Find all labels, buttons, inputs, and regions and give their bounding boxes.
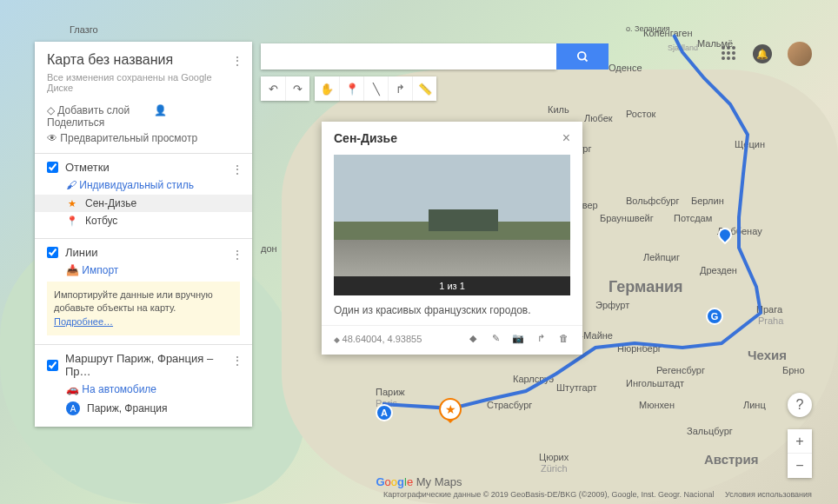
layer-menu-button[interactable]: ⋮: [231, 162, 243, 176]
marker-star[interactable]: ★: [439, 398, 462, 421]
directions-button[interactable]: ↱: [388, 76, 412, 101]
zoom-in-button[interactable]: +: [788, 429, 812, 454]
infocard-coords: 48.64004, 4.93855: [334, 334, 422, 344]
search-input[interactable]: [261, 43, 556, 70]
help-button[interactable]: ?: [788, 393, 812, 417]
notifications-icon[interactable]: 🔔: [753, 44, 772, 63]
save-status: Все изменения сохранены на Google Диске: [47, 72, 240, 93]
layer-checkbox[interactable]: [47, 360, 58, 371]
layer-checkbox[interactable]: [47, 162, 58, 173]
redo-button[interactable]: ↷: [285, 76, 309, 101]
search-bar: [261, 43, 609, 70]
svg-line-1: [584, 58, 587, 61]
layer-name[interactable]: Отметки: [65, 161, 110, 174]
import-link[interactable]: 📥 Импорт: [66, 264, 240, 276]
delete-icon[interactable]: 🗑: [556, 333, 570, 344]
terms-link[interactable]: Условия использования: [725, 490, 812, 499]
route-point-a[interactable]: AПариж, Франция: [47, 399, 240, 418]
search-icon: [576, 50, 589, 63]
layer-name[interactable]: Маршрут Париж, Франция – Пр…: [65, 352, 240, 378]
measure-button[interactable]: 📏: [412, 76, 436, 101]
zoom-out-button[interactable]: −: [788, 454, 812, 478]
route-letter-icon: A: [66, 401, 80, 415]
infocard-title: Сен-Дизье: [334, 131, 397, 145]
travel-mode-link[interactable]: 🚗 На автомобиле: [66, 383, 240, 395]
tip-more-link[interactable]: Подробнее…: [54, 316, 113, 327]
map-toolbar: ↶ ↷ ✋ 📍 ╲ ↱ 📏: [261, 76, 436, 101]
undo-button[interactable]: ↶: [261, 76, 285, 101]
svg-point-0: [577, 51, 585, 59]
close-icon[interactable]: ×: [562, 130, 570, 146]
layer-lines: Линии ⋮ 📥 Импорт Импортируйте данные или…: [35, 238, 252, 344]
layer-menu-button[interactable]: ⋮: [231, 354, 243, 368]
infocard-description: Один из красивых французских городов.: [322, 295, 582, 325]
marker-praha-g[interactable]: G: [706, 308, 723, 325]
style-icon[interactable]: ◆: [466, 333, 480, 344]
search-button[interactable]: [556, 43, 609, 70]
camera-icon[interactable]: 📷: [511, 333, 525, 344]
user-avatar[interactable]: [788, 42, 812, 66]
pan-button[interactable]: ✋: [315, 76, 339, 101]
layer-name[interactable]: Линии: [65, 246, 98, 259]
layer-item-sendizie[interactable]: ★Сен-Дизье: [35, 195, 252, 212]
infocard-pointer: [443, 346, 461, 363]
layer-menu-button[interactable]: ⋮: [231, 248, 243, 262]
map-title[interactable]: Карта без названия: [47, 52, 240, 68]
add-layer-button[interactable]: ◇ Добавить слой: [47, 104, 140, 116]
infocard-image[interactable]: [334, 155, 570, 276]
route-icon[interactable]: ↱: [534, 333, 548, 344]
pin-icon: 📍: [66, 215, 78, 227]
style-link[interactable]: 🖌 Индивидуальный стиль: [66, 179, 240, 191]
image-counter: 1 из 1: [334, 276, 570, 295]
star-icon: ★: [66, 197, 78, 209]
sidebar-panel: Карта без названия Все изменения сохране…: [35, 42, 252, 427]
layer-item-cottbus[interactable]: 📍Котбус: [47, 212, 240, 229]
import-tip: Импортируйте данные или вручную добавьте…: [47, 282, 240, 335]
place-infocard: Сен-Дизье × 1 из 1 Один из красивых фран…: [322, 122, 582, 355]
edit-icon[interactable]: ✎: [489, 333, 502, 344]
map-attribution: Картографические данные © 2019 GeoBasis-…: [375, 490, 812, 499]
preview-button[interactable]: 👁 Предварительный просмотр: [47, 132, 229, 144]
layer-checkbox[interactable]: [47, 247, 58, 258]
zoom-control: + −: [788, 429, 812, 478]
draw-line-button[interactable]: ╲: [363, 76, 388, 101]
apps-icon[interactable]: [722, 46, 737, 62]
map-menu-button[interactable]: ⋮: [231, 54, 243, 68]
google-mymaps-logo: Google My Maps: [376, 475, 462, 488]
layer-route: Маршрут Париж, Франция – Пр… ⋮ 🚗 На авто…: [35, 344, 252, 427]
top-icons: 🔔: [722, 42, 812, 66]
add-marker-button[interactable]: 📍: [339, 76, 363, 101]
layer-markers: Отметки ⋮ 🖌 Индивидуальный стиль ★Сен-Ди…: [35, 153, 252, 238]
marker-paris-a[interactable]: A: [376, 404, 393, 421]
